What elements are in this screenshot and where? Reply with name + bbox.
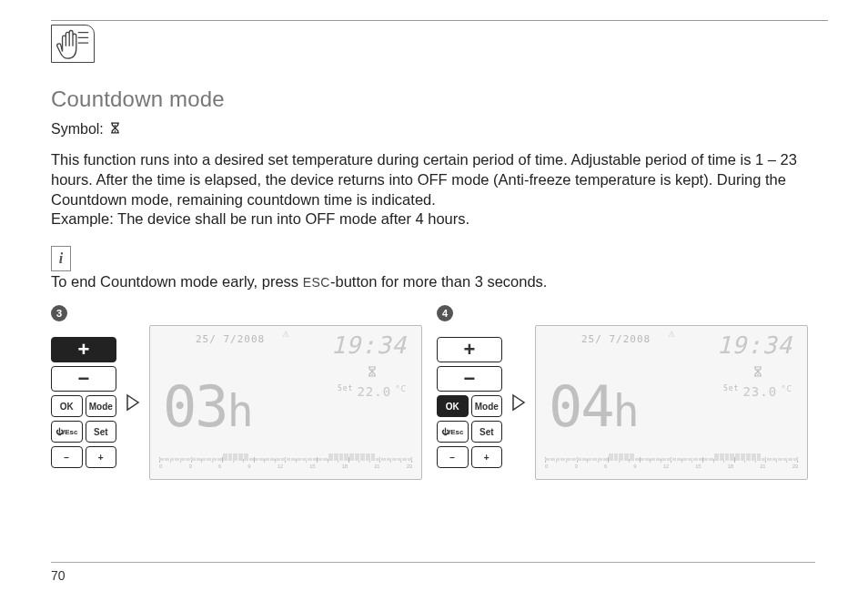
info-icon: i [51, 246, 71, 271]
figure-step-3: 3 + − OK Mode ⏻/Esc Set − + [51, 309, 422, 480]
set-temperature: Set23.0°C [723, 384, 792, 399]
warning-icon: ⚠ [282, 330, 289, 339]
small-minus-button[interactable]: − [437, 446, 469, 468]
small-plus-button[interactable]: + [471, 446, 503, 468]
arrow-right-icon [510, 393, 528, 412]
top-rule [51, 20, 828, 21]
info-text-after: -button for more than 3 seconds. [330, 273, 547, 290]
minus-button[interactable]: − [51, 366, 116, 392]
section-paragraph: This function runs into a desired set te… [51, 150, 824, 229]
plus-button[interactable]: + [437, 337, 502, 362]
esc-button[interactable]: ⏻/Esc [437, 421, 469, 443]
section-title: Countdown mode [51, 87, 828, 112]
set-temperature: Set22.0°C [338, 384, 407, 399]
small-minus-button[interactable]: − [51, 446, 83, 468]
manual-page: Countdown mode Symbol: This function run… [0, 0, 868, 601]
manual-operation-icon [51, 25, 95, 63]
arrow-right-icon [124, 393, 142, 412]
timeline: 03691215182123 [159, 446, 412, 474]
step-badge: 3 [51, 305, 67, 321]
small-plus-button[interactable]: + [86, 446, 117, 468]
symbol-label: Symbol: [51, 121, 104, 138]
mode-button[interactable]: Mode [471, 395, 503, 417]
ok-button[interactable]: OK [437, 395, 469, 417]
hourglass-icon [752, 364, 763, 381]
lcd-display: ⚠ 25/ 7/2008 19:34 Set23.0°C 04h 0369121… [535, 325, 808, 480]
esc-keyword: ESC [303, 275, 330, 290]
esc-button[interactable]: ⏻/Esc [51, 421, 83, 443]
set-button[interactable]: Set [86, 421, 117, 443]
warning-icon: ⚠ [668, 330, 675, 339]
figures-row: 3 + − OK Mode ⏻/Esc Set − + [51, 309, 828, 480]
display-time: 19:34 [717, 331, 792, 359]
lcd-display: ⚠ 25/ 7/2008 19:34 Set22.0°C 03h 0369121… [149, 325, 422, 480]
svg-marker-4 [513, 395, 524, 410]
keypad: + − OK Mode ⏻/Esc Set − + [437, 337, 502, 468]
page-number: 70 [51, 562, 815, 583]
plus-button[interactable]: + [51, 337, 116, 362]
set-button[interactable]: Set [471, 421, 503, 443]
symbol-line: Symbol: [51, 121, 828, 138]
minus-button[interactable]: − [437, 366, 502, 392]
svg-marker-3 [127, 395, 138, 410]
countdown-value: 04h [549, 373, 638, 440]
figure-step-4: 4 + − OK Mode ⏻/Esc Set − + [437, 309, 808, 480]
hourglass-icon [367, 364, 378, 381]
info-text-before: To end Countdown mode early, press [51, 273, 303, 290]
timeline: 03691215182123 [545, 446, 798, 474]
hourglass-icon [109, 121, 121, 138]
keypad: + − OK Mode ⏻/Esc Set − + [51, 337, 116, 468]
step-badge: 4 [437, 305, 453, 321]
ok-button[interactable]: OK [51, 395, 83, 417]
mode-button[interactable]: Mode [86, 395, 117, 417]
countdown-value: 03h [163, 373, 252, 440]
info-text: To end Countdown mode early, press ESC-b… [51, 273, 828, 290]
display-time: 19:34 [331, 331, 407, 359]
